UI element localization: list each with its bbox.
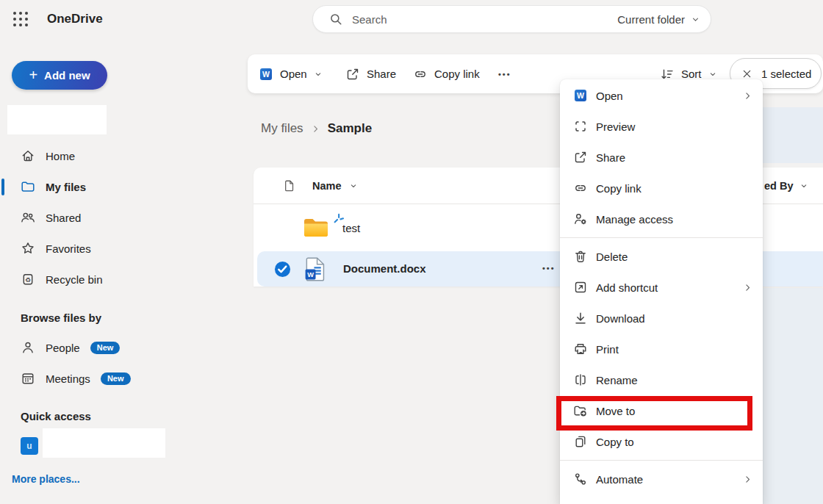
app-title: OneDrive (47, 12, 103, 26)
chevron-right-icon (311, 124, 320, 134)
sidebar-item-people[interactable]: People New (7, 332, 176, 363)
link-icon (413, 67, 428, 82)
menu-item-preview[interactable]: Preview (560, 111, 763, 142)
search-scope-dropdown[interactable]: Current folder (617, 13, 700, 26)
svg-text:W: W (577, 91, 584, 100)
rename-icon (573, 372, 588, 387)
background-panel (763, 107, 823, 163)
chevron-down-icon (314, 70, 323, 79)
chevron-down-icon (691, 15, 700, 24)
move-to-icon (573, 403, 588, 418)
sidebar-item-recycle-bin[interactable]: ♻ Recycle bin (7, 264, 176, 295)
word-file-icon: W (305, 257, 325, 281)
sidebar-item-favorites[interactable]: Favorites (7, 233, 176, 264)
chevron-right-icon (743, 475, 752, 484)
printer-icon (573, 342, 588, 356)
app-launcher-waffle-icon[interactable] (12, 10, 31, 29)
share-icon (573, 150, 588, 165)
svg-text:W: W (307, 271, 314, 278)
people-pair-icon (21, 210, 35, 225)
active-nav-indicator (1, 179, 4, 195)
sidebar-item-shared[interactable]: Shared (7, 202, 176, 233)
sidebar-item-meetings[interactable]: Meetings New (7, 363, 176, 394)
breadcrumb: My files Sample (261, 121, 372, 136)
plus-icon: + (29, 68, 37, 82)
new-badge: New (101, 372, 131, 385)
add-shortcut-icon (573, 280, 588, 295)
menu-divider (560, 237, 763, 238)
link-icon (573, 181, 588, 195)
browse-files-by-heading: Browse files by (21, 312, 101, 324)
more-commands-button[interactable]: ••• (498, 54, 511, 93)
row-actions-ellipsis-icon[interactable]: ••• (542, 264, 556, 273)
menu-item-move-to[interactable]: Move to (560, 395, 763, 426)
folder-icon (21, 179, 35, 194)
quick-access-site-tile[interactable]: u (21, 437, 38, 455)
search-bar[interactable]: Search Current folder (312, 5, 711, 33)
manage-access-icon (573, 212, 588, 226)
person-icon (21, 340, 35, 355)
word-icon: W (573, 88, 588, 103)
star-icon (21, 241, 35, 256)
quick-access-heading: Quick access (21, 410, 91, 422)
breadcrumb-parent[interactable]: My files (261, 121, 303, 136)
copy-to-icon (573, 434, 588, 449)
menu-item-automate[interactable]: Automate (560, 464, 763, 494)
open-button[interactable]: W Open (259, 54, 323, 93)
home-icon (21, 148, 35, 163)
context-menu: W Open Preview Share Copy link (560, 79, 763, 504)
file-name[interactable]: Document.docx (343, 262, 426, 275)
redacted-user-info (7, 105, 107, 134)
download-icon (573, 311, 588, 325)
preview-icon (573, 119, 588, 134)
ellipsis-icon: ••• (498, 70, 511, 79)
breadcrumb-current: Sample (328, 121, 372, 136)
menu-divider (560, 460, 763, 461)
word-icon: W (259, 67, 273, 82)
trash-icon (573, 249, 588, 264)
menu-item-add-shortcut[interactable]: Add shortcut (560, 272, 763, 303)
more-places-link[interactable]: More places... (12, 473, 80, 485)
menu-item-delete[interactable]: Delete (560, 241, 763, 272)
new-badge: New (90, 342, 121, 354)
selected-check-icon[interactable] (274, 261, 291, 278)
copy-link-button[interactable]: Copy link (413, 54, 480, 93)
chevron-down-icon (799, 181, 808, 190)
sidebar-item-my-files[interactable]: My files (7, 171, 176, 202)
menu-item-copy-link[interactable]: Copy link (560, 173, 763, 204)
menu-item-copy-to[interactable]: Copy to (560, 426, 763, 457)
onedrive-window: OneDrive Search Current folder + Add new… (0, 0, 823, 504)
svg-text:♻: ♻ (25, 276, 31, 284)
menu-item-rename[interactable]: Rename (560, 364, 763, 395)
svg-text:W: W (262, 70, 270, 79)
name-column-header[interactable]: Name (312, 180, 358, 192)
search-icon (329, 12, 343, 26)
close-icon (741, 68, 752, 79)
background-panel (763, 288, 823, 504)
menu-item-open[interactable]: W Open (560, 80, 763, 111)
search-input[interactable]: Search (352, 13, 617, 26)
file-type-column-icon[interactable] (283, 179, 296, 192)
file-name[interactable]: test (342, 222, 360, 234)
chevron-down-icon (349, 181, 358, 190)
recycle-bin-icon: ♻ (21, 272, 35, 287)
menu-item-share[interactable]: Share (560, 142, 763, 173)
menu-item-manage-access[interactable]: Manage access (560, 204, 763, 234)
automate-icon (573, 472, 588, 486)
share-icon (345, 67, 360, 82)
modified-by-column-header[interactable]: ed By (764, 180, 808, 192)
redacted-quick-access-item[interactable] (43, 428, 165, 458)
chevron-down-icon (708, 70, 717, 79)
chevron-right-icon (743, 283, 752, 292)
menu-item-print[interactable]: Print (560, 334, 763, 364)
folder-icon (303, 217, 328, 237)
add-new-button[interactable]: + Add new (12, 61, 107, 90)
sidebar-item-home[interactable]: Home (7, 140, 176, 171)
share-button[interactable]: Share (345, 54, 396, 93)
chevron-right-icon (743, 91, 752, 101)
menu-item-download[interactable]: Download (560, 303, 763, 334)
calendar-icon (21, 371, 35, 386)
